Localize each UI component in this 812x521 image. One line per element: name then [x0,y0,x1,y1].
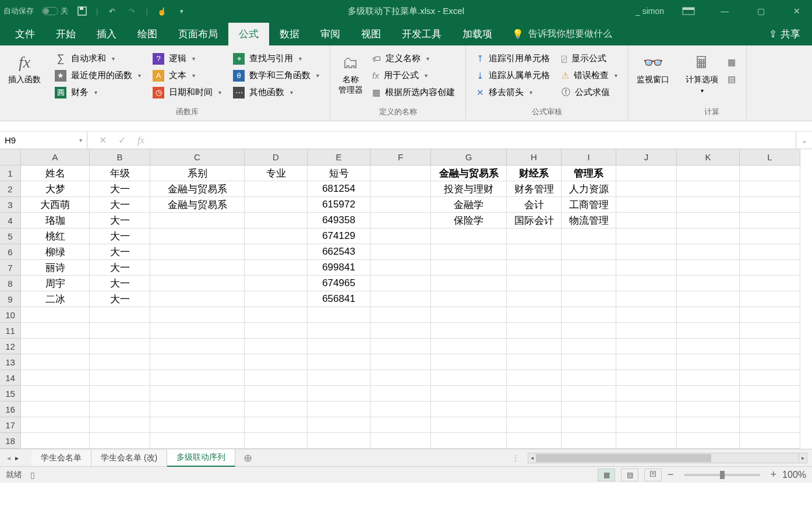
watch-window-button[interactable]: 👓 监视窗口 [634,49,672,89]
tab-data[interactable]: 数据 [269,23,310,45]
cell[interactable] [677,323,740,339]
cell[interactable] [616,323,677,339]
cell[interactable] [431,417,507,433]
tab-formulas[interactable]: 公式 [228,23,269,45]
cell[interactable] [562,291,616,307]
cell[interactable] [740,417,800,433]
cell[interactable] [740,291,800,307]
cell[interactable]: 专业 [245,166,308,181]
calc-options-button[interactable]: 🖩 计算选项 ▾ [683,49,721,97]
tab-view[interactable]: 视图 [351,23,391,45]
cell[interactable] [150,402,245,417]
cell[interactable] [507,354,562,370]
cell[interactable] [616,370,677,386]
cell[interactable] [507,244,562,260]
cell[interactable] [308,339,370,354]
trace-dependents-button[interactable]: ⤓追踪从属单元格 [475,67,551,84]
cell[interactable]: 财务管理 [507,181,562,197]
cell[interactable]: 工商管理 [562,197,616,213]
ribbon-options-icon[interactable] [677,2,700,20]
col-header[interactable]: B [90,149,150,166]
cell[interactable] [90,339,150,354]
cell[interactable] [562,244,616,260]
cell[interactable] [90,402,150,417]
cell[interactable] [370,291,431,307]
datetime-button[interactable]: ◷日期和时间▾ [151,84,223,101]
name-manager-button[interactable]: 🗂 名称 管理器 [336,49,365,101]
cell[interactable] [245,197,308,213]
cell[interactable] [740,166,800,181]
financial-button[interactable]: 圓财务▾ [54,84,142,101]
col-header[interactable]: A [21,149,90,166]
cell[interactable] [740,354,800,370]
cell[interactable]: 大一 [90,291,150,307]
math-button[interactable]: θ数学和三角函数▾ [232,67,320,84]
sheet-tab-3[interactable]: 多级联动序列 [167,449,235,467]
new-sheet-button[interactable]: ⊕ [235,452,260,464]
cell[interactable] [740,276,800,291]
cell[interactable] [616,181,677,197]
row-header[interactable]: 13 [0,354,21,370]
cell[interactable]: 投资与理财 [431,181,507,197]
cell[interactable] [308,402,370,417]
cell[interactable] [150,386,245,402]
cell[interactable] [150,244,245,260]
col-header[interactable]: K [677,149,740,166]
sheet-nav-first-icon[interactable]: ◂ [7,454,10,462]
col-header[interactable]: C [150,149,245,166]
row-header[interactable]: 2 [0,181,21,197]
cell[interactable]: 大一 [90,181,150,197]
cell[interactable]: 金融与贸易系 [150,197,245,213]
col-header[interactable]: J [616,149,677,166]
user-name[interactable]: _ simon [636,6,664,16]
zoom-level[interactable]: 100% [782,470,806,480]
cell[interactable]: 615972 [308,197,370,213]
cell[interactable] [562,402,616,417]
cell[interactable] [616,354,677,370]
scrollbar-thumb[interactable] [536,454,711,462]
cell[interactable] [616,228,677,244]
cell[interactable] [507,307,562,323]
cell[interactable] [507,370,562,386]
cell[interactable] [677,386,740,402]
tab-layout[interactable]: 页面布局 [168,23,228,45]
cell[interactable] [431,307,507,323]
cell[interactable]: 桃红 [21,228,90,244]
row-header[interactable]: 8 [0,276,21,291]
zoom-in-button[interactable]: + [771,469,777,481]
calc-now-button[interactable]: ▦ [726,54,737,71]
cell[interactable] [562,339,616,354]
cell[interactable] [562,433,616,449]
view-normal-button[interactable]: ▦ [598,469,615,481]
cell[interactable] [370,354,431,370]
cell[interactable] [740,244,800,260]
cell[interactable] [370,402,431,417]
cell[interactable] [245,213,308,228]
row-header[interactable]: 3 [0,197,21,213]
cell[interactable]: 管理系 [562,166,616,181]
cell[interactable]: 周宇 [21,276,90,291]
save-icon[interactable] [76,5,88,17]
logic-button[interactable]: ?逻辑▾ [151,50,223,67]
cell[interactable] [431,339,507,354]
cell[interactable] [21,307,90,323]
row-header[interactable]: 17 [0,417,21,433]
tab-home[interactable]: 开始 [45,23,86,45]
cell[interactable] [90,417,150,433]
cell[interactable]: 金融与贸易系 [431,166,507,181]
view-page-break-button[interactable]: 凹 [644,469,662,481]
tab-addins[interactable]: 加载项 [452,23,503,45]
cell[interactable] [150,213,245,228]
cell[interactable] [370,417,431,433]
cell[interactable] [90,307,150,323]
scroll-right-icon[interactable]: ▸ [799,453,807,463]
cell[interactable] [740,386,800,402]
cell[interactable] [150,228,245,244]
cell[interactable] [245,181,308,197]
cell[interactable] [245,291,308,307]
lookup-button[interactable]: ⌖查找与引用▾ [232,50,320,67]
cell[interactable] [245,276,308,291]
tab-insert[interactable]: 插入 [86,23,127,45]
cell[interactable] [677,181,740,197]
cell[interactable] [677,402,740,417]
